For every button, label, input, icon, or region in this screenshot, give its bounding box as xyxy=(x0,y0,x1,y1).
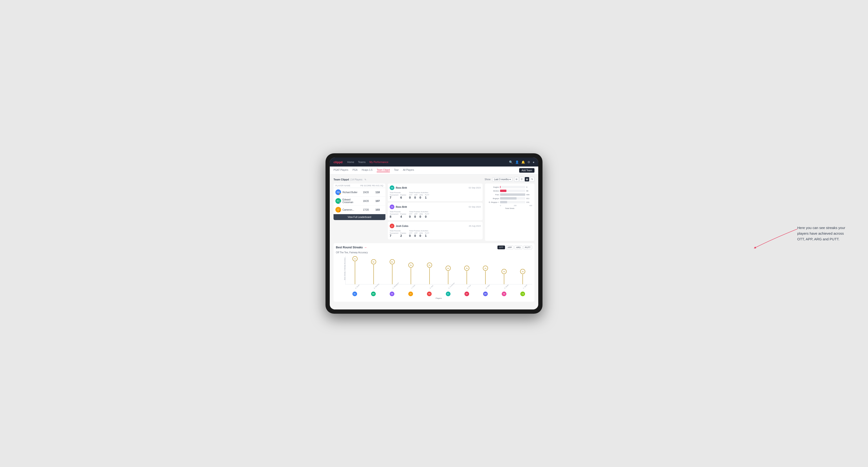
subnav-tour[interactable]: Tour xyxy=(394,168,399,172)
lollipop-avatar-4: JC xyxy=(401,291,420,296)
avatar-circle-3: DB xyxy=(390,291,394,296)
nav-my-performance[interactable]: My Performance xyxy=(369,161,389,163)
nav-teams[interactable]: Teams xyxy=(358,161,366,163)
putt-label-2: PUTT xyxy=(425,213,429,215)
ott-label-1: OTT xyxy=(409,194,412,196)
add-team-button[interactable]: Add Team xyxy=(519,168,534,173)
bar-eagles-label: Eagles xyxy=(487,186,499,188)
practice-label-3: Practice xyxy=(400,232,406,234)
putt-value-3: 1 xyxy=(425,234,429,238)
grid-view-icon[interactable]: ⊞ xyxy=(514,177,519,182)
tab-putt[interactable]: PUTT xyxy=(523,246,532,249)
lollipop-col-1: 7xE. Ewart xyxy=(346,256,364,284)
ott-value-3: 0 xyxy=(409,234,412,238)
settings-icon[interactable]: ⚙ xyxy=(527,160,530,164)
player-name-3: Cameron... xyxy=(342,209,360,211)
lollipop-col-8: 4xM. Miller xyxy=(476,256,495,284)
app-label-3: APP xyxy=(414,232,417,234)
players-axis-label: Players xyxy=(345,297,532,299)
practice-label-1: Practice xyxy=(400,194,406,196)
lollipop-line-9 xyxy=(504,274,504,284)
total-rounds-label-1: Total Rounds xyxy=(390,191,406,194)
bar-bogeys-value: 311 xyxy=(526,197,532,199)
practice-col-1: Practice 6 xyxy=(400,194,406,199)
practice-activities-label-2: Total Practice Activities xyxy=(409,211,429,213)
practice-col-3: Practice 2 xyxy=(400,232,406,238)
stat-card-1: RB Rees Britt 02 Sep 2023 Total Rounds T… xyxy=(388,184,483,201)
lollipop-avatars-row: EEBMDBJCRBECDFMMRBCQ xyxy=(345,291,532,296)
lollipop-bubble-6: 4x xyxy=(445,266,451,271)
stat-card-1-name: Rees Britt xyxy=(396,187,469,189)
bar-axis-label: Total Shots xyxy=(487,207,532,210)
annotation-arrow xyxy=(750,210,797,257)
bar-birdies-value: 96 xyxy=(526,190,532,192)
lollipop-chart-container: Best Streak, Fairway Accuracy 7xE. Ewart… xyxy=(336,256,532,299)
bell-icon[interactable]: 🔔 xyxy=(521,160,525,164)
rounds-sub-2: Tournament 8 Practice 4 xyxy=(390,213,406,218)
col-pb-score: PB SCORE xyxy=(360,184,372,187)
subnav-pga[interactable]: PGA xyxy=(352,168,357,172)
practice-activities-sub-1: OTT 0 APP 0 ARG 0 xyxy=(409,194,429,199)
lollipop-bubble-2: 6x xyxy=(371,259,376,264)
stat-card-2-avatar: RB xyxy=(390,205,394,209)
tab-ott[interactable]: OTT xyxy=(497,246,505,249)
subnav-team-clippd[interactable]: Team Clippd xyxy=(377,168,390,172)
chart-view-icon[interactable]: ▦ xyxy=(525,177,529,182)
tournament-value-1: 7 xyxy=(390,196,398,199)
app-label-1: APP xyxy=(414,194,417,196)
avatar-icon[interactable]: ● xyxy=(533,160,534,164)
bar-pars-track xyxy=(500,193,525,196)
arg-col-1: ARG 0 xyxy=(420,194,423,199)
nav-home[interactable]: Home xyxy=(347,161,354,163)
edit-icon[interactable]: ✎ xyxy=(365,178,366,181)
app-col-1: APP 0 xyxy=(414,194,417,199)
stat-card-3-rounds: Total Rounds Tournament 7 Practice 2 xyxy=(390,230,481,238)
list-view-icon[interactable]: ☰ xyxy=(519,177,524,182)
bar-birdies-track xyxy=(500,190,525,192)
tab-arg[interactable]: ARG xyxy=(515,246,522,249)
practice-value-2: 4 xyxy=(400,215,406,218)
bar-bogeys: Bogeys 311 xyxy=(487,197,532,199)
stats-panel: RB Rees Britt 02 Sep 2023 Total Rounds T… xyxy=(388,184,483,241)
bar-eagles: Eagles 3 xyxy=(487,186,532,188)
subnav-all-players[interactable]: All Players xyxy=(403,168,414,172)
total-rounds-group-3: Total Rounds Tournament 7 Practice 2 xyxy=(390,230,406,238)
arg-label-2: ARG xyxy=(420,213,423,215)
lollipop-col-7: 4xD. Ford xyxy=(458,256,476,284)
lollipop-col-6: 4xE. Crossman xyxy=(439,256,457,284)
subnav-pgat-players[interactable]: PGAT Players xyxy=(334,168,348,172)
tab-app[interactable]: APP xyxy=(506,246,514,249)
period-dropdown[interactable]: Last 3 months ▾ xyxy=(492,177,512,181)
bar-eagles-fill xyxy=(500,186,500,188)
user-icon[interactable]: 👤 xyxy=(515,160,519,164)
lollipop-col-2: 6xB. McHarg xyxy=(364,256,383,284)
streaks-title-area: Best Round Streaks ← xyxy=(336,246,368,249)
app-label-2: APP xyxy=(414,213,417,215)
practice-label-2: Practice xyxy=(400,213,406,215)
search-icon[interactable]: 🔍 xyxy=(509,160,513,164)
stat-card-3-name: Josh Coles xyxy=(396,225,469,227)
view-leaderboard-button[interactable]: View Full Leaderboard xyxy=(334,214,385,220)
filter-icon[interactable]: ⇅ xyxy=(530,177,534,182)
tablet-device: clippd Home Teams My Performance 🔍 👤 🔔 ⚙… xyxy=(326,153,542,314)
arg-col-2: ARG 0 xyxy=(420,213,423,218)
total-rounds-label-2: Total Rounds xyxy=(390,211,406,213)
avatar-circle-6: EC xyxy=(446,291,451,296)
practice-activities-group-2: Total Practice Activities OTT 0 APP 0 xyxy=(409,211,429,218)
arg-label-3: ARG xyxy=(420,232,423,234)
axis-0: 0 xyxy=(500,205,501,206)
bar-birdies-fill xyxy=(500,190,506,192)
app-value-2: 0 xyxy=(414,215,417,218)
nav-icons: 🔍 👤 🔔 ⚙ ● xyxy=(509,160,534,164)
avatar-circle-1: EE xyxy=(352,291,357,296)
stat-card-1-avatar: RB xyxy=(390,185,394,190)
player-name-1: Richard Butler xyxy=(342,191,360,194)
lollipop-avatar-7: DF xyxy=(457,291,476,296)
lollipop-name-4: J. Coles xyxy=(411,284,415,289)
subnav-hcaps[interactable]: Hcaps 1-5 xyxy=(362,168,373,172)
lollipop-line-4 xyxy=(411,268,411,284)
putt-value-2: 0 xyxy=(425,215,429,218)
lollipop-name-2: B. McHarg xyxy=(374,283,379,289)
bar-dbogeys-label: D. Bogeys + xyxy=(487,201,499,203)
subnav-links: PGAT Players PGA Hcaps 1-5 Team Clippd T… xyxy=(334,168,519,172)
